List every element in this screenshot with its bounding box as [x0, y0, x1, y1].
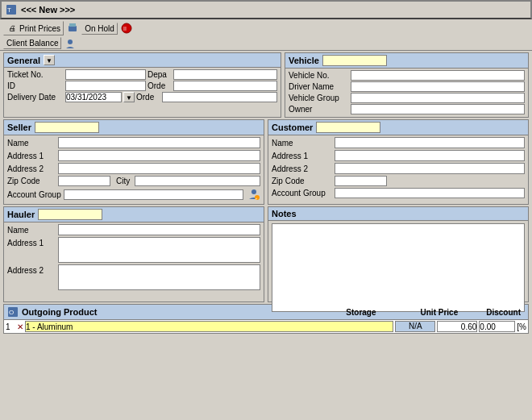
title-bar-text: <<< New >>> — [21, 5, 75, 15]
outgoing-title: Outgoing Product — [22, 307, 346, 317]
driver-name-input[interactable] — [351, 81, 525, 92]
hauler-body: Name Address 1 Address 2 — [4, 222, 264, 293]
seller-addr1-label: Address 1 — [7, 152, 56, 160]
on-hold-label: On Hold — [85, 24, 114, 33]
row1-num: 1 — [6, 322, 15, 331]
customer-title: Customer — [272, 123, 313, 132]
customer-addr1-row: Address 1 — [272, 150, 525, 161]
general-vehicle-row: General ▼ Ticket No. Depa ID Orde Delive… — [0, 51, 532, 119]
svg-point-7 — [251, 189, 256, 194]
vehicle-group-input[interactable] — [351, 93, 525, 103]
dep-input[interactable] — [173, 69, 277, 80]
svg-text:O: O — [9, 309, 14, 316]
seller-header-input[interactable] — [35, 122, 99, 133]
customer-name-label: Name — [272, 139, 332, 148]
client-balance-icon — [64, 38, 76, 49]
notes-panel: Notes — [268, 206, 529, 302]
customer-name-input[interactable] — [335, 137, 525, 148]
vehicle-header: Vehicle — [285, 53, 528, 69]
row1-pct-label: [% — [517, 322, 526, 331]
vehicle-panel: Vehicle Vehicle No. Driver Name Vehicle … — [285, 52, 529, 118]
outgoing-icon: O — [7, 306, 19, 318]
seller-name-row: Name — [7, 137, 260, 148]
hauler-addr2-textarea[interactable] — [58, 264, 260, 290]
printer-small-icon — [67, 23, 78, 34]
svg-point-6 — [68, 40, 73, 44]
customer-addr1-input[interactable] — [335, 150, 525, 161]
title-bar-icon: T — [5, 3, 18, 16]
date-dropdown-icon[interactable]: ▼ — [123, 92, 135, 102]
order-label2: Orde — [136, 93, 160, 102]
vehicle-group-label: Vehicle Group — [289, 94, 349, 102]
vehicle-no-label: Vehicle No. — [289, 71, 349, 80]
seller-zip-input[interactable] — [58, 176, 110, 186]
hauler-title: Hauler — [7, 210, 35, 219]
customer-acct-input[interactable] — [335, 188, 525, 198]
owner-input[interactable] — [351, 104, 525, 114]
notes-header: Notes — [268, 207, 528, 221]
id-input[interactable] — [65, 81, 146, 91]
order1-input[interactable] — [173, 81, 277, 91]
customer-addr1-label: Address 1 — [272, 152, 332, 160]
outgoing-section: O Outgoing Product Storage Unit Price Di… — [0, 304, 532, 334]
customer-addr2-input[interactable] — [335, 163, 525, 174]
hauler-name-input[interactable] — [58, 224, 260, 235]
delivery-date-input[interactable]: 03/31/2023 — [65, 92, 122, 102]
driver-name-row: Driver Name — [289, 81, 525, 92]
seller-addr2-input[interactable] — [58, 163, 260, 174]
hauler-addr1-textarea[interactable] — [58, 237, 260, 263]
on-hold-button[interactable]: On Hold — [81, 23, 118, 35]
dep-label: Depa — [148, 70, 172, 79]
col-unit-price-label: Unit Price — [421, 308, 459, 317]
vehicle-no-input[interactable] — [351, 70, 525, 81]
customer-panel: Customer Name Address 1 Address 2 Zip Co… — [268, 119, 529, 205]
customer-zip-input[interactable] — [335, 176, 387, 186]
seller-city-input[interactable] — [135, 176, 260, 186]
hauler-addr1-label: Address 1 — [7, 239, 56, 247]
seller-name-input[interactable] — [58, 137, 260, 148]
hauler-panel: Hauler Name Address 1 Address 2 — [3, 206, 264, 302]
customer-acct-row: Account Group — [272, 188, 525, 198]
hauler-header-input[interactable] — [38, 209, 102, 220]
seller-addr1-input[interactable] — [58, 150, 260, 161]
row1-discount-input[interactable] — [479, 321, 515, 332]
general-panel: General ▼ Ticket No. Depa ID Orde Delive… — [3, 52, 281, 118]
ticket-row: Ticket No. Depa — [7, 69, 277, 80]
notes-title: Notes — [272, 209, 297, 218]
seller-name-label: Name — [7, 139, 56, 148]
seller-panel: Seller Name Address 1 Address 2 Zip Code… — [3, 119, 264, 205]
general-body: Ticket No. Depa ID Orde Delivery Date 03… — [4, 68, 281, 105]
seller-acct-input[interactable] — [64, 189, 243, 200]
print-prices-button[interactable]: Print Prices — [3, 21, 64, 35]
customer-zip-row: Zip Code — [272, 176, 525, 186]
seller-addr2-label: Address 2 — [7, 164, 56, 173]
printer-icon — [6, 23, 18, 34]
top-toolbar: Print Prices On Hold II Client Balance — [0, 19, 532, 51]
row1-unit-price-input[interactable] — [437, 321, 477, 332]
customer-zip-label: Zip Code — [272, 177, 332, 185]
toolbar-row1: Print Prices On Hold II — [3, 21, 529, 35]
client-balance-button[interactable]: Client Balance — [3, 37, 61, 49]
row1-delete-btn[interactable]: ✕ — [17, 322, 23, 331]
hauler-addr2-label: Address 2 — [7, 266, 56, 275]
seller-zip-row: Zip Code City — [7, 176, 260, 186]
row1-product-input[interactable] — [25, 321, 393, 332]
notes-textarea[interactable] — [272, 223, 525, 312]
hauler-header: Hauler — [4, 207, 264, 222]
svg-text:+: + — [256, 196, 258, 201]
customer-acct-label: Account Group — [272, 189, 332, 198]
seller-header: Seller — [4, 120, 264, 135]
id-row: ID Orde — [7, 81, 277, 91]
owner-row: Owner — [289, 104, 525, 114]
customer-addr2-label: Address 2 — [272, 164, 332, 173]
customer-header-input[interactable] — [316, 122, 380, 133]
vehicle-no-row: Vehicle No. — [289, 70, 525, 81]
svg-rect-3 — [69, 23, 76, 27]
general-dropdown-arrow[interactable]: ▼ — [44, 55, 55, 65]
delivery-date-label: Delivery Date — [7, 93, 64, 102]
order2-input[interactable] — [162, 92, 277, 102]
ticket-input[interactable] — [65, 69, 146, 80]
hold-icon: II — [121, 23, 132, 34]
col-discount-label: Discount — [486, 308, 521, 317]
vehicle-header-input[interactable] — [322, 55, 387, 66]
